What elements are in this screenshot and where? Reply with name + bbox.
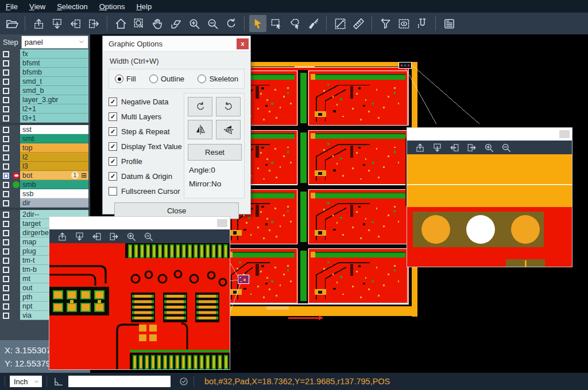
menu-options[interactable]: Options bbox=[94, 0, 131, 13]
move-up-button[interactable] bbox=[55, 230, 69, 243]
layer-name[interactable]: smb bbox=[20, 180, 88, 189]
layer-name[interactable]: smd_t bbox=[20, 77, 88, 86]
layer-name[interactable]: ssb bbox=[20, 189, 88, 198]
move-up-button[interactable] bbox=[30, 15, 47, 32]
zoom-out-button[interactable] bbox=[204, 15, 221, 32]
layer-checkbox[interactable] bbox=[3, 267, 9, 273]
menu-file[interactable]: File bbox=[0, 0, 24, 13]
magnified-pcb-detail[interactable] bbox=[49, 243, 230, 369]
magnifier-title-bar[interactable] bbox=[407, 128, 572, 141]
zoom-in-button[interactable] bbox=[185, 15, 203, 32]
layer-checkbox[interactable] bbox=[3, 106, 9, 112]
layer-row-l2[interactable]: l2 bbox=[0, 153, 90, 162]
layer-name[interactable]: top bbox=[20, 143, 88, 153]
zoom-in-button[interactable] bbox=[124, 230, 138, 243]
zoom-object-button[interactable] bbox=[167, 15, 184, 32]
window-button[interactable] bbox=[217, 219, 227, 227]
pan-hand-button[interactable] bbox=[149, 15, 166, 32]
view-box-button[interactable] bbox=[395, 15, 412, 32]
zoom-window-button[interactable] bbox=[130, 15, 148, 32]
layer-row-l3[interactable]: l3 bbox=[0, 162, 90, 171]
move-left-button[interactable] bbox=[67, 15, 84, 32]
layer-row-ssb[interactable]: ssb bbox=[0, 189, 90, 198]
move-left-button[interactable] bbox=[447, 141, 461, 154]
checkbox-datum-origin[interactable]: ✓Datum & Origin bbox=[109, 169, 184, 184]
layer-checkbox[interactable] bbox=[3, 69, 9, 76]
layer-checkbox[interactable] bbox=[3, 248, 9, 255]
layer-checkbox[interactable] bbox=[3, 239, 9, 245]
layer-row-smd_t[interactable]: smd_t bbox=[0, 77, 90, 86]
layer-row-fx[interactable]: fx bbox=[0, 49, 90, 58]
move-right-button[interactable] bbox=[85, 15, 102, 32]
layer-checkbox[interactable] bbox=[3, 313, 9, 319]
unit-select[interactable]: Inch bbox=[10, 376, 42, 387]
layer-name[interactable]: bfsmb bbox=[20, 68, 88, 77]
checkbox-step-repeat[interactable]: ✓Step & Repeat bbox=[109, 124, 184, 139]
layer-name[interactable]: l3 bbox=[20, 162, 88, 171]
radio-fill[interactable]: Fill bbox=[115, 75, 136, 83]
layer-checkbox[interactable] bbox=[3, 60, 9, 67]
reset-button[interactable]: Reset bbox=[188, 144, 242, 161]
layer-row-layer_3.gbr[interactable]: layer_3.gbr bbox=[0, 95, 90, 104]
layer-panel-button[interactable] bbox=[440, 15, 458, 32]
layer-name[interactable]: sst bbox=[20, 125, 88, 134]
layer-checkbox[interactable] bbox=[3, 173, 9, 179]
layer-checkbox[interactable] bbox=[3, 230, 9, 236]
layer-row-l3+1[interactable]: l3+1 bbox=[0, 114, 90, 123]
layer-checkbox[interactable] bbox=[3, 285, 9, 291]
layer-row-bfsmb[interactable]: bfsmb bbox=[0, 68, 90, 77]
layer-checkbox[interactable] bbox=[3, 51, 9, 57]
layer-checkbox[interactable] bbox=[3, 200, 9, 206]
ruler-button[interactable] bbox=[350, 15, 367, 32]
sync-check-icon[interactable] bbox=[179, 376, 189, 387]
dialog-title-bar[interactable]: Graphic Options x bbox=[103, 36, 250, 52]
layer-name[interactable]: bot1⊞ bbox=[20, 171, 88, 180]
snap-button[interactable] bbox=[413, 15, 431, 32]
layer-row-smb[interactable]: smb bbox=[0, 180, 90, 189]
zoom-out-button[interactable] bbox=[141, 230, 155, 243]
menu-selection[interactable]: Selection bbox=[51, 0, 93, 13]
flip-horizontal-button[interactable] bbox=[188, 120, 212, 139]
layer-row-bot[interactable]: bot1⊞ bbox=[0, 171, 90, 180]
select-cursor-button[interactable] bbox=[249, 15, 266, 32]
layer-checkbox[interactable] bbox=[3, 145, 9, 151]
layer-name[interactable]: bfsmt bbox=[20, 58, 88, 68]
layer-row-dir[interactable]: dir bbox=[0, 198, 90, 208]
layer-checkbox[interactable] bbox=[3, 136, 9, 142]
layer-name[interactable]: l2 bbox=[20, 153, 88, 162]
layer-checkbox[interactable] bbox=[3, 276, 9, 282]
layer-checkbox[interactable] bbox=[3, 182, 9, 188]
checkbox-negative-data[interactable]: ✓Negative Data bbox=[109, 94, 184, 109]
layer-checkbox[interactable] bbox=[3, 88, 9, 94]
layer-name[interactable]: l3+1 bbox=[20, 114, 88, 123]
checkbox-fullscreen-cursor[interactable]: Fullscreen Cursor bbox=[109, 184, 184, 198]
rotate-cw-button[interactable] bbox=[188, 97, 212, 116]
layer-name[interactable]: fx bbox=[20, 49, 88, 58]
checkbox-multi-layers[interactable]: ✓Multi Layers bbox=[109, 109, 184, 124]
move-left-button[interactable] bbox=[90, 230, 103, 243]
layer-name[interactable]: smd_b bbox=[20, 86, 88, 95]
rotate-ccw-button[interactable] bbox=[216, 97, 241, 116]
filter-button[interactable] bbox=[377, 15, 394, 32]
menu-view[interactable]: View bbox=[24, 0, 51, 13]
layer-checkbox[interactable] bbox=[3, 127, 9, 133]
layer-row-smt[interactable]: smt bbox=[0, 134, 90, 143]
step-select[interactable]: panel bbox=[21, 36, 88, 49]
clean-brush-button[interactable] bbox=[304, 15, 322, 32]
checkbox-profile[interactable]: ✓Profile bbox=[109, 154, 184, 169]
angle-mode-icon[interactable] bbox=[53, 376, 64, 387]
radio-skeleton[interactable]: Skeleton bbox=[198, 75, 238, 83]
command-input[interactable] bbox=[68, 376, 171, 387]
layer-row-bfsmt[interactable]: bfsmt bbox=[0, 58, 90, 68]
radio-outline[interactable]: Outline bbox=[149, 75, 184, 83]
layer-checkbox[interactable] bbox=[3, 221, 9, 227]
checkbox-display-text-value[interactable]: ✓Display Text Value bbox=[109, 139, 184, 154]
select-poly-button[interactable] bbox=[286, 15, 303, 32]
magnified-pcb-detail[interactable] bbox=[407, 154, 572, 267]
zoom-in-button[interactable] bbox=[482, 141, 496, 154]
zoom-previous-button[interactable] bbox=[222, 15, 239, 32]
move-down-button[interactable] bbox=[72, 230, 86, 243]
move-down-button[interactable] bbox=[430, 141, 444, 154]
zoom-out-button[interactable] bbox=[499, 141, 513, 154]
move-right-button[interactable] bbox=[465, 141, 478, 154]
